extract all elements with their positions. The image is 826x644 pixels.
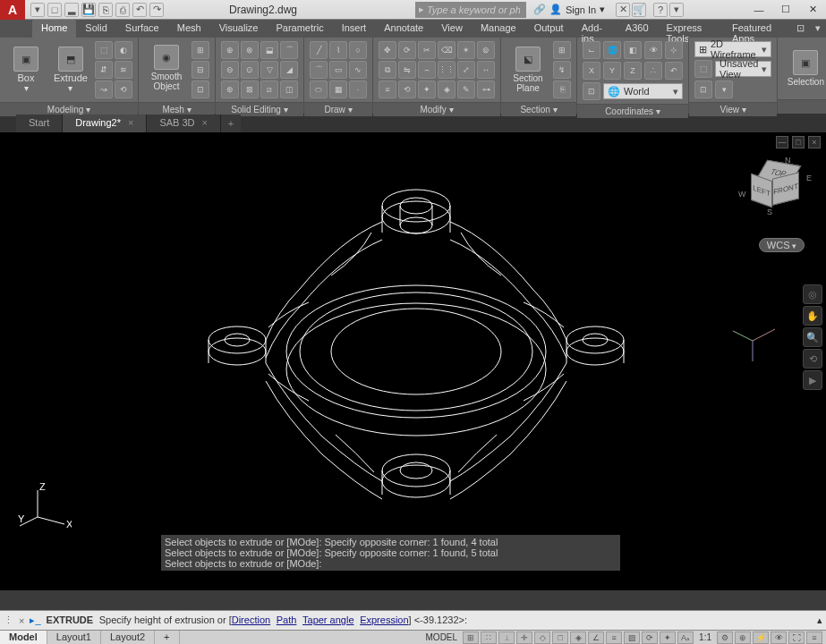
pedit-button[interactable]: ✎ [457, 80, 475, 98]
tab-featured[interactable]: Featured Apps [723, 20, 791, 38]
tab-home[interactable]: Home [32, 20, 76, 38]
minimize-button[interactable]: — [745, 0, 772, 20]
ucs-named-dropdown[interactable]: 🌐 World▾ [603, 83, 683, 99]
viewcube-front[interactable]: FRONT [772, 172, 799, 205]
mesh-less-button[interactable]: ⊟ [192, 61, 209, 79]
status-add-layout[interactable]: + [155, 631, 179, 644]
erase-button[interactable]: ⌫ [438, 41, 456, 59]
search-box[interactable]: ▸ [415, 2, 526, 18]
polyline-button[interactable]: ⌇ [329, 41, 347, 59]
status-tab-layout1[interactable]: Layout1 [47, 631, 101, 644]
fillet-button[interactable]: ⌢ [418, 61, 436, 79]
ucs-origin-button[interactable]: ⊹ [665, 41, 683, 59]
3drotate-button[interactable]: ⟲ [398, 80, 416, 98]
otrack-toggle[interactable]: ∠ [588, 631, 604, 644]
close-button[interactable]: ✕ [799, 0, 826, 20]
showmotion-button[interactable]: ▶ [803, 370, 822, 390]
model-space-toggle[interactable]: MODEL [422, 632, 462, 642]
generate-section-button[interactable]: ⎘ [553, 80, 571, 98]
annotation-monitor[interactable]: ⊕ [735, 631, 751, 644]
plot-icon[interactable]: ⎙ [115, 3, 130, 17]
revolve-button[interactable]: ◐ [115, 41, 132, 59]
polar-toggle[interactable]: ✛ [516, 631, 532, 644]
smooth-object-button[interactable]: ◉ Smooth Object [144, 41, 189, 95]
anno-scale[interactable]: 1:1 [695, 632, 715, 642]
extrude-faces-button[interactable]: ⬓ [260, 41, 278, 59]
ucs-world-button[interactable]: 🌐 [603, 41, 621, 59]
extract-edges-button[interactable]: ⊗ [241, 41, 259, 59]
signin-link[interactable]: Sign In [566, 4, 596, 15]
shell-button[interactable]: ◫ [280, 80, 298, 98]
ellipse-button[interactable]: ⬭ [310, 80, 328, 98]
doctab-drawing2[interactable]: Drawing2*× [63, 114, 147, 132]
cycling-toggle[interactable]: ⟳ [642, 631, 658, 644]
tab-output[interactable]: Output [525, 20, 573, 38]
vp-maximize-button[interactable]: □ [792, 136, 805, 148]
ortho-toggle[interactable]: ⟂ [498, 631, 515, 644]
explode-button[interactable]: ✶ [457, 41, 475, 59]
selection-button[interactable]: ▣ Selection [783, 42, 826, 96]
mesh-more-button[interactable]: ⊞ [192, 41, 209, 59]
annotation-toggle[interactable]: Aₐ [677, 631, 694, 644]
transparency-toggle[interactable]: ▨ [624, 631, 640, 644]
intersect-button[interactable]: ⊛ [221, 80, 239, 98]
help-dropdown-icon[interactable]: ▾ [669, 3, 684, 17]
section-plane-button[interactable]: ⬕ Section Plane [507, 43, 549, 97]
ucs-prev-button[interactable]: ↶ [665, 62, 683, 80]
lineweight-toggle[interactable]: ≡ [606, 631, 622, 644]
solid-history-button[interactable]: ⟲ [115, 80, 132, 98]
live-section-button[interactable]: ⊞ [553, 41, 571, 59]
polysolid-button[interactable]: ⬚ [95, 41, 113, 59]
tab-insert[interactable]: Insert [333, 20, 376, 38]
status-tab-layout2[interactable]: Layout2 [101, 631, 155, 644]
stretch-button[interactable]: ↔ [477, 61, 495, 79]
rectangle-button[interactable]: ▭ [329, 61, 347, 79]
add-jog-button[interactable]: ↯ [553, 61, 571, 79]
view-list-button[interactable]: ▾ [715, 80, 733, 98]
cmdline-recent-icon[interactable]: ▴ [817, 614, 822, 626]
ucs-button[interactable]: ⌙ [583, 41, 600, 59]
panel-view-label[interactable]: View ▾ [689, 102, 777, 116]
spline-button[interactable]: ∿ [349, 61, 367, 79]
hatch-button[interactable]: ▦ [329, 80, 347, 98]
union-button[interactable]: ⊕ [221, 41, 239, 59]
signin-dropdown-icon[interactable]: ▾ [600, 4, 605, 15]
point-button[interactable]: · [349, 80, 367, 98]
offset-edge-button[interactable]: ⊙ [241, 61, 259, 79]
ribbon-minimize-icon[interactable]: ▾ [810, 20, 826, 38]
tab-manage[interactable]: Manage [472, 20, 525, 38]
join-button[interactable]: ⊶ [477, 80, 495, 98]
tab-a360[interactable]: A360 [617, 20, 658, 38]
tab-surface[interactable]: Surface [116, 20, 168, 38]
pan-button[interactable]: ✋ [803, 306, 822, 326]
osnap-toggle[interactable]: □ [552, 631, 568, 644]
circle-button[interactable]: ○ [349, 41, 367, 59]
mirror-button[interactable]: ⇋ [398, 61, 416, 79]
view-cube-button[interactable]: ⬚ [694, 60, 712, 78]
3dscale-button[interactable]: ◈ [438, 80, 456, 98]
align-button[interactable]: ≡ [379, 80, 396, 98]
sweep-button[interactable]: ↝ [95, 80, 113, 98]
tab-parametric[interactable]: Parametric [267, 20, 332, 38]
tab-express[interactable]: Express Tools [658, 20, 723, 38]
grid-toggle[interactable]: ⊞ [463, 631, 479, 644]
array-button[interactable]: ⋮⋮ [438, 61, 456, 79]
subtract-button[interactable]: ⊖ [221, 61, 239, 79]
vp-close-button[interactable]: × [808, 136, 821, 148]
mesh-refine-button[interactable]: ⊡ [192, 80, 209, 98]
undo-icon[interactable]: ↶ [132, 3, 147, 17]
ucs-x-button[interactable]: X [583, 62, 600, 80]
maximize-button[interactable]: ☐ [772, 0, 799, 20]
ucs-z-button[interactable]: Z [624, 62, 642, 80]
taper-faces-button[interactable]: ▽ [260, 61, 278, 79]
panel-coords-label[interactable]: Coordinates ▾ [577, 104, 688, 118]
offset-button[interactable]: ⊚ [477, 41, 495, 59]
isolate-objects[interactable]: 👁 [771, 631, 787, 644]
tab-mesh[interactable]: Mesh [168, 20, 210, 38]
clean-screen[interactable]: ⛶ [788, 631, 805, 644]
gizmo-toggle[interactable]: ✦ [660, 631, 676, 644]
zoom-button[interactable]: 🔍 [803, 327, 822, 347]
app-store-icon[interactable]: 🛒 [632, 3, 646, 17]
app-logo[interactable]: A [0, 0, 25, 20]
ribbon-focus-icon[interactable]: ⊡ [791, 20, 810, 38]
